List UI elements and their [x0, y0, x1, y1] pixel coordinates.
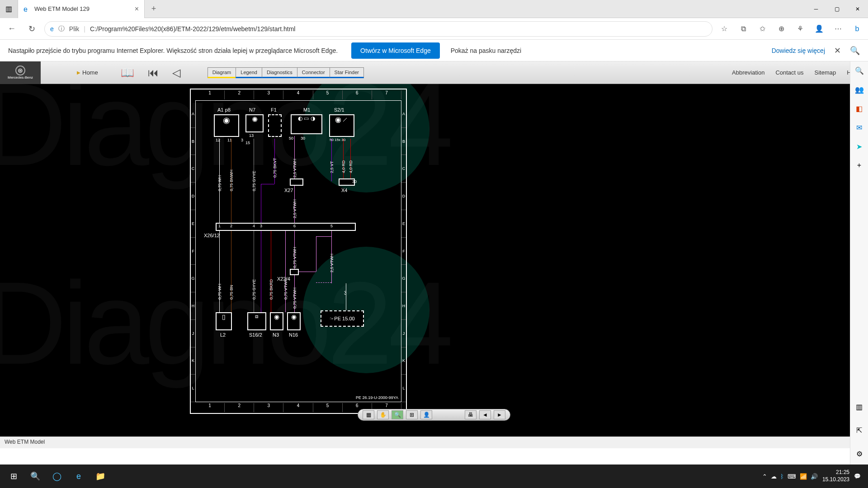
start-button[interactable]: ⊞: [3, 465, 24, 487]
wire: [331, 139, 332, 181]
nav-abbreviation[interactable]: Abbreviation: [732, 69, 764, 76]
refresh-button[interactable]: ↻: [24, 22, 39, 36]
comp-n16[interactable]: ◉: [287, 312, 301, 330]
comp-f1[interactable]: [268, 114, 282, 137]
tool-info-icon[interactable]: 👤: [420, 410, 432, 419]
wire: [271, 231, 271, 312]
edge-icon[interactable]: e: [68, 465, 90, 487]
notifications-icon[interactable]: 💬: [854, 473, 861, 479]
comp-s162[interactable]: ⧈: [247, 312, 266, 330]
sidebar-add-icon[interactable]: +: [853, 159, 866, 172]
tool-prev-icon[interactable]: ◄: [479, 410, 491, 419]
star-icon[interactable]: ☆: [718, 23, 731, 35]
info-icon: ⓘ: [58, 25, 65, 33]
tab-legend[interactable]: Legend: [236, 67, 262, 78]
comp-m1[interactable]: ◐ ▭ ◑: [291, 114, 322, 134]
comp-n7[interactable]: ✺: [245, 114, 264, 132]
wiring-schematic: 1234567 1234567 ABCDEFGHJKL ABCDEFGHJKL …: [190, 89, 407, 414]
sidebar-panel-icon[interactable]: ▥: [853, 400, 866, 413]
prev-icon[interactable]: ◁: [172, 66, 180, 79]
sidebar-search-icon[interactable]: 🔍: [853, 64, 866, 77]
tray-wifi-icon[interactable]: 📶: [800, 473, 807, 480]
app-toolbar: ⊛ Mercedes-Benz Home 📖 ⏮ ◁ Diagram Legen…: [0, 61, 868, 84]
minimize-button[interactable]: ─: [806, 0, 826, 18]
cortana-icon[interactable]: ◯: [46, 465, 68, 487]
collections-icon[interactable]: ⊕: [775, 23, 788, 35]
label-x27: X27: [284, 188, 293, 193]
tray-onedrive-icon[interactable]: ☁: [771, 473, 777, 480]
comp-x2612[interactable]: [216, 223, 356, 231]
url-box[interactable]: e ⓘ Plik | C:/Program%20Files%20(x86)/ET…: [44, 21, 712, 37]
comp-a1[interactable]: ◉: [214, 114, 239, 137]
label-n16: N16: [289, 332, 298, 338]
back-button[interactable]: ←: [5, 22, 19, 36]
tab-connector[interactable]: Connector: [297, 67, 330, 78]
explorer-icon[interactable]: 📁: [90, 465, 111, 487]
status-text: Web ETM Model: [5, 439, 45, 445]
nav-sitemap[interactable]: Sitemap: [815, 69, 836, 76]
reader-icon[interactable]: ⧉: [737, 23, 750, 35]
search-button[interactable]: 🔍: [24, 465, 46, 487]
menu-icon[interactable]: ⋯: [832, 23, 844, 35]
pe-ref[interactable]: ☞PE 15.00: [321, 310, 364, 327]
diagram-viewport[interactable]: Diagno24 Diagno24 1234567 1234567 ABCDEF…: [0, 84, 868, 436]
tool-select-icon[interactable]: ▦: [363, 410, 374, 419]
tray-volume-icon[interactable]: 🔊: [811, 473, 818, 480]
maximize-button[interactable]: ▢: [826, 0, 847, 18]
tool-zoom-icon[interactable]: 🔍: [392, 410, 403, 419]
sidebar-office-icon[interactable]: ◧: [853, 102, 866, 115]
notify-text: Nastąpiło przejście do trybu programu In…: [8, 47, 338, 54]
taskbar-clock[interactable]: 21:25 15.10.2023: [822, 469, 849, 483]
dismiss-icon[interactable]: ✕: [834, 46, 841, 56]
sidebar-settings-icon[interactable]: ⚙: [853, 447, 866, 460]
nav-contact[interactable]: Contact us: [775, 69, 803, 76]
bus-pin-1: 1: [218, 224, 221, 228]
tool-fit-icon[interactable]: ⊞: [406, 410, 418, 419]
comp-s21[interactable]: ◉⟋: [329, 114, 354, 137]
tabs-icon[interactable]: ▥: [0, 0, 18, 18]
url-prefix: Plik: [69, 25, 80, 33]
edge-sidebar: 🔍 👥 ◧ ✉ ➤ + ▥ ⇱ ⚙: [850, 61, 868, 465]
tray-chevron-icon[interactable]: ⌃: [762, 473, 767, 480]
comp-x27[interactable]: [290, 178, 303, 186]
first-icon[interactable]: ⏮: [148, 66, 159, 79]
comp-l2[interactable]: ▯: [216, 312, 232, 330]
tab-starfinder[interactable]: Star Finder: [330, 67, 364, 78]
show-toolbar-button[interactable]: Pokaż na pasku narzędzi: [451, 47, 521, 54]
comp-x224[interactable]: [290, 269, 299, 275]
bing-icon[interactable]: b: [851, 23, 863, 35]
tool-print-icon[interactable]: 🖶: [465, 410, 476, 419]
wire: [254, 231, 254, 312]
wire-label: 0,75 WH: [217, 284, 222, 300]
favorites-icon[interactable]: ✩: [756, 23, 769, 35]
bus-pin-3: 3: [260, 224, 262, 228]
home-button[interactable]: Home: [77, 69, 98, 76]
tool-next-icon[interactable]: ►: [494, 410, 505, 419]
profile-icon[interactable]: 👤: [813, 23, 826, 35]
label-s162: S16/2: [249, 332, 262, 338]
mercedes-logo[interactable]: ⊛ Mercedes-Benz: [0, 61, 41, 84]
wire-label: 0,75 BNWH: [229, 169, 234, 191]
book-icon[interactable]: 📖: [121, 66, 134, 79]
sidebar-people-icon[interactable]: 👥: [853, 83, 866, 96]
extensions-icon[interactable]: ⚘: [794, 23, 807, 35]
sidebar-outlook-icon[interactable]: ✉: [853, 121, 866, 134]
learn-more-link[interactable]: Dowiedz się więcej: [772, 47, 825, 54]
tray-bluetooth-icon[interactable]: ᛒ: [780, 473, 784, 480]
close-icon[interactable]: ×: [135, 5, 139, 13]
tab-diagram[interactable]: Diagram: [208, 67, 236, 78]
windows-taskbar: ⊞ 🔍 ◯ e 📁 ⌃ ☁ ᛒ ⌨ 📶 🔊 21:25 15.10.2023 💬: [0, 465, 868, 488]
sidebar-send-icon[interactable]: ➤: [853, 140, 866, 153]
sidebar-share-icon[interactable]: ⇱: [853, 424, 866, 436]
tray-input-icon[interactable]: ⌨: [788, 473, 796, 480]
tab-diagnostics[interactable]: Diagnostics: [262, 67, 297, 78]
status-bar: Web ETM Model: [0, 436, 868, 448]
tray-icons[interactable]: ⌃ ☁ ᛒ ⌨ 📶 🔊: [762, 473, 818, 480]
tool-pan-icon[interactable]: ✋: [377, 410, 389, 419]
new-tab-button[interactable]: +: [145, 4, 163, 14]
comp-n3[interactable]: ◉: [270, 312, 283, 330]
browser-tab[interactable]: e Web ETM Model 129 ×: [18, 0, 145, 18]
close-window-button[interactable]: ✕: [847, 0, 868, 18]
search-icon[interactable]: 🔍: [850, 46, 860, 56]
open-edge-button[interactable]: Otwórz w Microsoft Edge: [351, 42, 440, 59]
